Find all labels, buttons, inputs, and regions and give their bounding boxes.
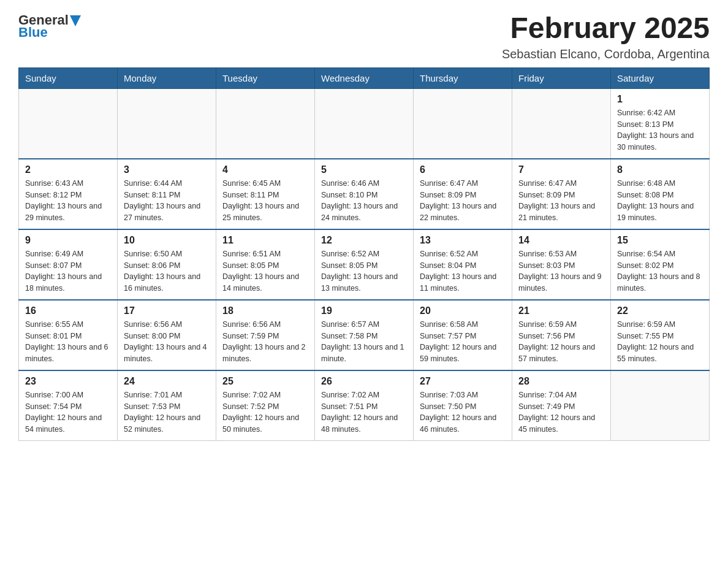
day-number: 28 xyxy=(518,376,604,387)
day-number: 1 xyxy=(617,94,703,105)
day-info: Sunrise: 6:43 AM Sunset: 8:12 PM Dayligh… xyxy=(25,178,111,224)
calendar-title: February 2025 xyxy=(502,12,710,45)
day-info: Sunrise: 6:46 AM Sunset: 8:10 PM Dayligh… xyxy=(321,178,407,224)
calendar-day: 23Sunrise: 7:00 AM Sunset: 7:54 PM Dayli… xyxy=(19,370,118,441)
day-info: Sunrise: 7:02 AM Sunset: 7:51 PM Dayligh… xyxy=(321,389,407,435)
header-thursday: Thursday xyxy=(414,67,512,88)
header-saturday: Saturday xyxy=(611,67,710,88)
calendar-day: 21Sunrise: 6:59 AM Sunset: 7:56 PM Dayli… xyxy=(512,300,611,370)
calendar-day: 27Sunrise: 7:03 AM Sunset: 7:50 PM Dayli… xyxy=(414,370,512,441)
day-info: Sunrise: 6:52 AM Sunset: 8:04 PM Dayligh… xyxy=(420,248,506,294)
calendar-day: 1Sunrise: 6:42 AM Sunset: 8:13 PM Daylig… xyxy=(611,88,710,159)
calendar-day: 3Sunrise: 6:44 AM Sunset: 8:11 PM Daylig… xyxy=(118,159,216,229)
day-number: 7 xyxy=(518,164,604,175)
day-number: 13 xyxy=(420,235,506,246)
day-number: 9 xyxy=(25,235,111,246)
day-number: 22 xyxy=(617,305,703,316)
header-friday: Friday xyxy=(512,67,611,88)
calendar-day: 19Sunrise: 6:57 AM Sunset: 7:58 PM Dayli… xyxy=(315,300,414,370)
day-number: 23 xyxy=(25,376,111,387)
day-info: Sunrise: 6:50 AM Sunset: 8:06 PM Dayligh… xyxy=(124,248,210,294)
calendar-subtitle: Sebastian Elcano, Cordoba, Argentina xyxy=(502,47,710,61)
calendar-day: 18Sunrise: 6:56 AM Sunset: 7:59 PM Dayli… xyxy=(216,300,315,370)
calendar-day: 6Sunrise: 6:47 AM Sunset: 8:09 PM Daylig… xyxy=(414,159,512,229)
calendar-week-5: 23Sunrise: 7:00 AM Sunset: 7:54 PM Dayli… xyxy=(19,370,710,441)
calendar-day xyxy=(118,88,216,159)
day-info: Sunrise: 6:58 AM Sunset: 7:57 PM Dayligh… xyxy=(420,319,506,365)
day-info: Sunrise: 6:55 AM Sunset: 8:01 PM Dayligh… xyxy=(25,319,111,365)
day-number: 5 xyxy=(321,164,407,175)
day-info: Sunrise: 6:44 AM Sunset: 8:11 PM Dayligh… xyxy=(124,178,210,224)
calendar-day: 28Sunrise: 7:04 AM Sunset: 7:49 PM Dayli… xyxy=(512,370,611,441)
calendar-day: 12Sunrise: 6:52 AM Sunset: 8:05 PM Dayli… xyxy=(315,229,414,300)
day-info: Sunrise: 7:03 AM Sunset: 7:50 PM Dayligh… xyxy=(420,389,506,435)
day-info: Sunrise: 7:01 AM Sunset: 7:53 PM Dayligh… xyxy=(124,389,210,435)
day-info: Sunrise: 6:56 AM Sunset: 8:00 PM Dayligh… xyxy=(124,319,210,365)
header-wednesday: Wednesday xyxy=(315,67,414,88)
day-info: Sunrise: 6:54 AM Sunset: 8:02 PM Dayligh… xyxy=(617,248,703,294)
day-number: 8 xyxy=(617,164,703,175)
day-number: 4 xyxy=(222,164,308,175)
day-info: Sunrise: 6:49 AM Sunset: 8:07 PM Dayligh… xyxy=(25,248,111,294)
calendar-day: 4Sunrise: 6:45 AM Sunset: 8:11 PM Daylig… xyxy=(216,159,315,229)
svg-marker-0 xyxy=(70,15,81,26)
calendar-day: 11Sunrise: 6:51 AM Sunset: 8:05 PM Dayli… xyxy=(216,229,315,300)
day-info: Sunrise: 6:59 AM Sunset: 7:56 PM Dayligh… xyxy=(518,319,604,365)
day-number: 27 xyxy=(420,376,506,387)
day-number: 20 xyxy=(420,305,506,316)
day-info: Sunrise: 6:52 AM Sunset: 8:05 PM Dayligh… xyxy=(321,248,407,294)
calendar-day: 15Sunrise: 6:54 AM Sunset: 8:02 PM Dayli… xyxy=(611,229,710,300)
calendar-day xyxy=(19,88,118,159)
calendar-week-2: 2Sunrise: 6:43 AM Sunset: 8:12 PM Daylig… xyxy=(19,159,710,229)
logo-triangle-icon xyxy=(70,15,81,26)
day-number: 15 xyxy=(617,235,703,246)
day-info: Sunrise: 6:51 AM Sunset: 8:05 PM Dayligh… xyxy=(222,248,308,294)
calendar-day: 26Sunrise: 7:02 AM Sunset: 7:51 PM Dayli… xyxy=(315,370,414,441)
day-number: 11 xyxy=(222,235,308,246)
logo-blue: Blue xyxy=(18,25,48,40)
calendar-day xyxy=(315,88,414,159)
day-number: 19 xyxy=(321,305,407,316)
day-number: 12 xyxy=(321,235,407,246)
calendar-week-1: 1Sunrise: 6:42 AM Sunset: 8:13 PM Daylig… xyxy=(19,88,710,159)
day-info: Sunrise: 6:42 AM Sunset: 8:13 PM Dayligh… xyxy=(617,107,703,153)
calendar-day: 24Sunrise: 7:01 AM Sunset: 7:53 PM Dayli… xyxy=(118,370,216,441)
day-number: 3 xyxy=(124,164,210,175)
day-number: 17 xyxy=(124,305,210,316)
calendar-day: 25Sunrise: 7:02 AM Sunset: 7:52 PM Dayli… xyxy=(216,370,315,441)
day-info: Sunrise: 6:56 AM Sunset: 7:59 PM Dayligh… xyxy=(222,319,308,365)
calendar-day xyxy=(216,88,315,159)
day-number: 18 xyxy=(222,305,308,316)
day-number: 16 xyxy=(25,305,111,316)
day-info: Sunrise: 6:45 AM Sunset: 8:11 PM Dayligh… xyxy=(222,178,308,224)
calendar-day: 9Sunrise: 6:49 AM Sunset: 8:07 PM Daylig… xyxy=(19,229,118,300)
calendar-day: 20Sunrise: 6:58 AM Sunset: 7:57 PM Dayli… xyxy=(414,300,512,370)
calendar-day: 22Sunrise: 6:59 AM Sunset: 7:55 PM Dayli… xyxy=(611,300,710,370)
day-number: 14 xyxy=(518,235,604,246)
calendar-day xyxy=(611,370,710,441)
header-monday: Monday xyxy=(118,67,216,88)
header-sunday: Sunday xyxy=(19,67,118,88)
day-number: 25 xyxy=(222,376,308,387)
calendar-day: 10Sunrise: 6:50 AM Sunset: 8:06 PM Dayli… xyxy=(118,229,216,300)
weekday-header-row: Sunday Monday Tuesday Wednesday Thursday… xyxy=(19,67,710,88)
day-info: Sunrise: 7:04 AM Sunset: 7:49 PM Dayligh… xyxy=(518,389,604,435)
day-number: 6 xyxy=(420,164,506,175)
day-info: Sunrise: 6:47 AM Sunset: 8:09 PM Dayligh… xyxy=(518,178,604,224)
day-number: 2 xyxy=(25,164,111,175)
calendar-day: 5Sunrise: 6:46 AM Sunset: 8:10 PM Daylig… xyxy=(315,159,414,229)
day-number: 21 xyxy=(518,305,604,316)
calendar-week-4: 16Sunrise: 6:55 AM Sunset: 8:01 PM Dayli… xyxy=(19,300,710,370)
day-number: 24 xyxy=(124,376,210,387)
day-info: Sunrise: 6:57 AM Sunset: 7:58 PM Dayligh… xyxy=(321,319,407,365)
header-tuesday: Tuesday xyxy=(216,67,315,88)
calendar-day xyxy=(512,88,611,159)
logo: General Blue xyxy=(18,12,81,40)
title-block: February 2025 Sebastian Elcano, Cordoba,… xyxy=(502,12,710,61)
day-number: 10 xyxy=(124,235,210,246)
calendar-day: 13Sunrise: 6:52 AM Sunset: 8:04 PM Dayli… xyxy=(414,229,512,300)
calendar-day: 17Sunrise: 6:56 AM Sunset: 8:00 PM Dayli… xyxy=(118,300,216,370)
page-header: General Blue February 2025 Sebastian Elc… xyxy=(18,12,710,61)
day-info: Sunrise: 6:59 AM Sunset: 7:55 PM Dayligh… xyxy=(617,319,703,365)
day-number: 26 xyxy=(321,376,407,387)
